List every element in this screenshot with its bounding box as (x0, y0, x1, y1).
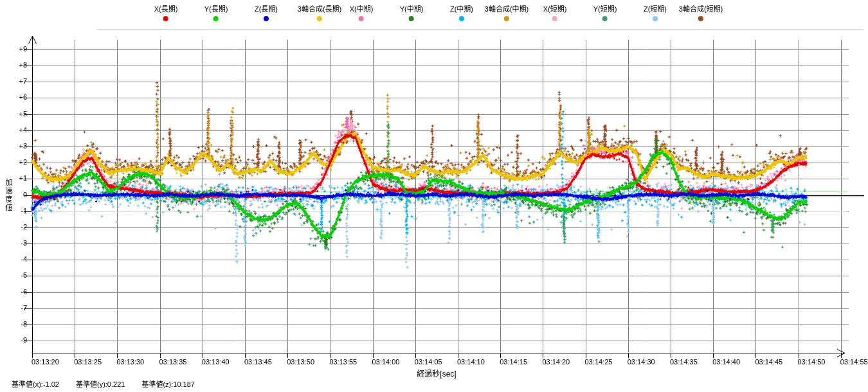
legend-label: Y(中期) (400, 5, 424, 13)
legend-label: Z(長期) (255, 5, 278, 13)
legend-label: X(中期) (350, 5, 374, 13)
x-tick-label: 03:14:30 (628, 358, 655, 366)
x-tick-label: 03:14:35 (670, 358, 698, 366)
legend-dot-icon (264, 16, 269, 21)
y-tick-label: -7 (6, 304, 27, 312)
legend-dot-icon (504, 16, 509, 21)
legend-dot-icon (317, 16, 322, 21)
legend-dot-icon (409, 16, 414, 21)
legend-separator-line (96, 29, 863, 30)
y-tick-label: -5 (6, 271, 27, 279)
legend-dot-icon (359, 16, 364, 21)
x-tick-label: 03:13:35 (159, 358, 187, 366)
legend-label: Y(長期) (204, 5, 228, 13)
legend-dot-icon (602, 16, 608, 21)
legend-label: 3軸合成(短期) (679, 5, 723, 13)
y-tick-label: -2 (6, 223, 27, 231)
legend-label: 3軸合成(中期) (485, 5, 529, 13)
y-tick-label: +1 (6, 174, 27, 182)
y-tick-label: +9 (6, 45, 27, 53)
y-tick-label: +7 (6, 77, 27, 85)
x-axis-title: 経過秒[sec] (417, 368, 456, 379)
y-tick-label: -9 (6, 336, 27, 344)
legend-dot-icon (459, 16, 464, 21)
x-tick-label: 03:13:50 (287, 358, 314, 366)
legend-item-3axis-short: 3軸合成(短期) (679, 5, 723, 21)
legend-item-x-mid: X(中期) (350, 5, 374, 21)
legend-label: Y(短期) (593, 5, 617, 13)
x-tick-label: 03:14:20 (542, 358, 570, 366)
legend-item-z-long: Z(長期) (255, 5, 278, 21)
x-tick-label: 03:13:40 (202, 358, 230, 366)
y-tick-label: +5 (6, 110, 27, 118)
x-tick-label: 03:13:20 (32, 358, 59, 366)
legend-dot-icon (552, 16, 557, 21)
legend-label: Z(中期) (450, 5, 473, 13)
x-tick-label: 03:13:25 (74, 358, 102, 366)
legend-label: 3軸合成(長期) (298, 5, 341, 13)
y-tick-label: +2 (6, 158, 27, 166)
plot-canvas (0, 0, 868, 392)
legend-label: Z(短期) (644, 5, 667, 13)
x-tick-label: 03:14:10 (457, 358, 485, 366)
legend-item-y-long: Y(長期) (204, 5, 228, 21)
y-tick-label: 0 (6, 191, 27, 199)
y-tick-label: -3 (6, 239, 27, 247)
legend-label: X(長期) (154, 5, 178, 13)
y-tick-label: -4 (6, 255, 27, 263)
x-tick-label: 03:14:40 (712, 358, 740, 366)
y-tick-label: -1 (6, 207, 27, 215)
legend-dot-icon (213, 16, 219, 21)
y-tick-label: -6 (6, 288, 27, 296)
legend-item-z-short: Z(短期) (644, 5, 667, 21)
x-tick-label: 03:14:25 (585, 358, 613, 366)
x-tick-label: 03:14:00 (372, 358, 400, 366)
x-tick-label: 03:14:45 (755, 358, 782, 366)
x-tick-label: 03:14:15 (500, 358, 527, 366)
legend-label: X(短期) (543, 5, 567, 13)
legend-item-3axis-mid: 3軸合成(中期) (485, 5, 529, 21)
y-tick-label: +3 (6, 142, 27, 150)
legend-item-y-mid: Y(中期) (400, 5, 424, 21)
legend-dot-icon (698, 16, 703, 21)
legend-item-x-short: X(短期) (543, 5, 567, 21)
y-tick-label: -8 (6, 320, 27, 328)
legend-item-z-mid: Z(中期) (450, 5, 473, 21)
legend-item-y-short: Y(短期) (593, 5, 617, 21)
x-tick-label: 03:13:45 (244, 358, 272, 366)
x-tick-label: 03:13:30 (116, 358, 144, 366)
baseline-z-value: 基準値(z):10.187 (141, 379, 195, 389)
legend-dot-icon (653, 16, 658, 21)
baseline-status-row: 基準値(x):-1.02 基準値(y):0.221 基準値(z):10.187 (12, 379, 195, 389)
y-tick-label: +8 (6, 61, 27, 69)
x-tick-label: 03:14:55 (840, 358, 868, 366)
y-tick-label: +4 (6, 126, 27, 134)
baseline-x-value: 基準値(x):-1.02 (12, 379, 59, 389)
x-tick-label: 03:13:55 (329, 358, 357, 366)
y-tick-label: +6 (6, 93, 27, 101)
x-tick-label: 03:14:05 (415, 358, 442, 366)
legend-dot-icon (163, 16, 168, 21)
acceleration-chart-window: X(長期) Y(長期) Z(長期) 3軸合成(長期) X(中期) Y(中期) Z… (0, 0, 868, 392)
baseline-y-value: 基準値(y):0.221 (76, 379, 125, 389)
legend-item-3axis-long: 3軸合成(長期) (298, 5, 341, 21)
x-tick-label: 03:14:50 (798, 358, 826, 366)
legend-item-x-long: X(長期) (154, 5, 178, 21)
